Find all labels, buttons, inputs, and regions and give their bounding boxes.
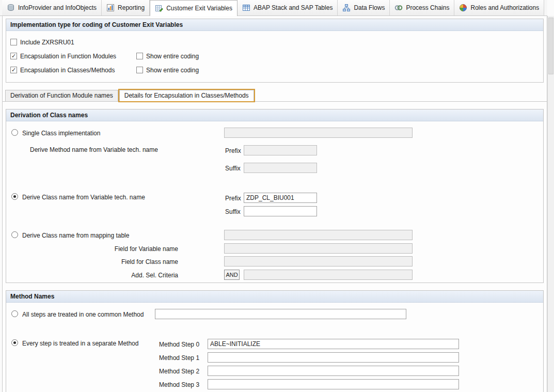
separate-method-radio[interactable] — [11, 339, 18, 346]
single-class-radio[interactable] — [11, 129, 18, 136]
reporting-icon — [106, 4, 115, 12]
derive-method-prefix-input — [244, 145, 317, 155]
derive-method-suffix-input — [244, 163, 317, 173]
tab-roles-and-authorizations[interactable]: Roles and Authorizations — [454, 0, 544, 15]
roles-authorizations-icon — [459, 4, 467, 12]
field-for-variable-name-input — [224, 243, 413, 254]
tab-data-flows[interactable]: Data Flows — [338, 0, 390, 15]
method-step-0-input[interactable] — [208, 339, 459, 349]
single-class-input — [224, 128, 413, 138]
field-for-class-name-input — [224, 256, 413, 266]
encapsulation-function-modules-row: Encapsulation in Function Modules Show e… — [10, 49, 539, 63]
data-flows-icon — [342, 4, 351, 12]
add-sel-criteria-operator-button[interactable]: AND — [224, 270, 240, 280]
derive-class-suffix-input[interactable] — [244, 206, 317, 216]
method-names-header: Method Names — [6, 291, 543, 303]
subtab-details-encapsulation-classes-methods[interactable]: Details for Encapsulation in Classes/Met… — [119, 90, 254, 101]
show-entire-coding-fm-label: Show entire coding — [146, 53, 199, 60]
method-step-0-label: Method Step 0 — [159, 341, 199, 348]
tab-label: Process Chains — [406, 4, 449, 11]
subtab-derivation-function-module-names[interactable]: Derivation of Function Module names — [5, 90, 118, 101]
derive-class-suffix-label: Suffix — [225, 208, 241, 215]
derivation-of-class-names-header: Derivation of Class names — [6, 109, 543, 121]
method-step-2-input[interactable] — [208, 366, 459, 376]
implementation-type-body: Include ZXRSRU01 Encapsulation in Functi… — [6, 31, 543, 82]
separate-method-label: Every step is treated in a separate Meth… — [22, 340, 138, 347]
tab-label: ABAP Stack and SAP Tables — [254, 4, 333, 11]
derivation-of-class-names-groupbox: Derivation of Class names Single Class i… — [6, 109, 544, 283]
method-step-2-label: Method Step 2 — [159, 368, 199, 375]
field-for-variable-name-label: Field for Variable name — [58, 245, 178, 253]
method-names-groupbox: Method Names All steps are treated in on… — [6, 290, 544, 392]
derive-class-radio[interactable] — [11, 193, 18, 200]
derive-method-prefix-label: Prefix — [225, 147, 241, 154]
derive-method-name-label: Derive Method name from Variable tech. n… — [30, 146, 158, 153]
tab-label: Reporting — [118, 4, 145, 11]
common-method-input[interactable] — [155, 309, 406, 319]
encapsulation-function-modules-checkbox[interactable] — [10, 53, 17, 59]
implementation-type-section: Implementation type for coding of Custom… — [6, 19, 544, 83]
method-step-1-label: Method Step 1 — [159, 354, 199, 362]
derive-class-prefix-label: Prefix — [225, 195, 241, 202]
main-tabbar: InfoProvider and InfoObjects Reporting — [0, 0, 547, 16]
mapping-table-input — [224, 230, 413, 240]
tab-abap-stack-and-sap-tables[interactable]: ABAP Stack and SAP Tables — [238, 0, 338, 15]
sap-tables-icon — [242, 4, 250, 12]
infoprovider-icon — [7, 4, 15, 12]
subtab-label: Derivation of Function Module names — [10, 92, 113, 99]
tab-label: Roles and Authorizations — [470, 4, 539, 11]
derive-class-label: Derive Class name from Variable tech. na… — [22, 194, 145, 201]
scrollbar-thumb[interactable] — [548, 18, 553, 74]
show-entire-coding-cm-label: Show entire coding — [146, 67, 199, 74]
vertical-scrollbar[interactable] — [547, 16, 554, 392]
customer-exit-variables-icon — [155, 4, 163, 12]
detail-subtab-strip: Derivation of Function Module names Deta… — [3, 89, 547, 102]
encapsulation-classes-methods-row: Encapsulation in Classes/Methods Show en… — [10, 63, 539, 77]
tab-infoprovider-and-infoobjects[interactable]: InfoProvider and InfoObjects — [2, 0, 102, 15]
tab-customer-exit-variables[interactable]: Customer Exit Variables — [150, 0, 238, 16]
include-zxrsru01-row: Include ZXRSRU01 — [10, 35, 539, 49]
encapsulation-function-modules-label: Encapsulation in Function Modules — [20, 53, 116, 60]
include-zxrsru01-checkbox[interactable] — [10, 39, 17, 45]
add-sel-criteria-label: Add. Sel. Criteria — [58, 272, 178, 279]
derivation-of-class-names-body: Single Class implementation Derive Metho… — [6, 121, 543, 283]
implementation-type-header: Implementation type for coding of Custom… — [6, 19, 543, 31]
include-zxrsru01-label: Include ZXRSRU01 — [20, 39, 74, 46]
field-for-class-name-label: Field for Class name — [58, 258, 178, 265]
common-method-label: All steps are treated in one common Meth… — [22, 311, 144, 318]
process-chains-icon — [394, 4, 403, 12]
method-step-1-input[interactable] — [208, 352, 459, 363]
method-step-3-label: Method Step 3 — [159, 381, 199, 388]
mapping-table-radio[interactable] — [11, 231, 18, 238]
derive-class-prefix-input[interactable] — [244, 193, 317, 203]
tab-process-chains[interactable]: Process Chains — [390, 0, 454, 15]
derive-method-suffix-label: Suffix — [225, 165, 241, 172]
show-entire-coding-fm-checkbox[interactable] — [136, 53, 143, 59]
subtab-label: Details for Encapsulation in Classes/Met… — [124, 92, 249, 99]
show-entire-coding-cm-checkbox[interactable] — [136, 67, 143, 73]
method-names-body: All steps are treated in one common Meth… — [6, 303, 543, 392]
encapsulation-classes-methods-checkbox[interactable] — [10, 67, 17, 73]
mapping-table-label: Derive Class name from mapping table — [22, 232, 129, 239]
tab-reporting[interactable]: Reporting — [102, 0, 150, 15]
encapsulation-classes-methods-label: Encapsulation in Classes/Methods — [20, 67, 115, 74]
tab-label: Customer Exit Variables — [166, 5, 232, 12]
method-step-3-input[interactable] — [208, 379, 459, 389]
add-sel-criteria-input — [244, 270, 413, 280]
common-method-radio[interactable] — [11, 310, 18, 317]
app-window: InfoProvider and InfoObjects Reporting — [0, 0, 554, 392]
tab-label: Data Flows — [354, 4, 385, 11]
single-class-label: Single Class implementation — [22, 130, 100, 137]
tab-label: InfoProvider and InfoObjects — [18, 4, 97, 11]
tab-content-panel: Implementation type for coding of Custom… — [2, 16, 547, 392]
